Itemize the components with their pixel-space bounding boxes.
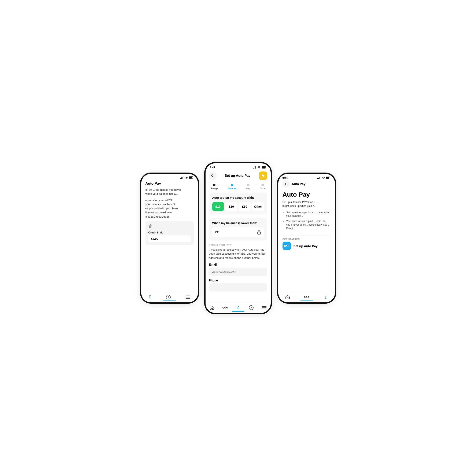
svg-rect-35 bbox=[326, 177, 329, 179]
right-nav-account[interactable]: £ bbox=[323, 294, 328, 299]
left-phone: Auto Pay c PAYG top-ups so you never whe… bbox=[140, 172, 199, 304]
center-phone: 9:41 Set up Auto Pay Energy bbox=[204, 162, 272, 314]
checkmark-item-1: ✓ Set repeat top-ups for yo... meter whe… bbox=[283, 211, 331, 218]
step-dot-done bbox=[261, 184, 264, 186]
setup-auto-pay-button[interactable]: Set up Auto Pay bbox=[283, 242, 331, 250]
center-page-title: Set up Auto Pay bbox=[224, 174, 250, 178]
checkmark-list: ✓ Set repeat top-ups for yo... meter whe… bbox=[283, 211, 331, 232]
email-input[interactable] bbox=[209, 268, 267, 276]
center-content: Auto top-up my account with: £10 £20 £30… bbox=[205, 193, 271, 303]
amount-30-button[interactable]: £30 bbox=[239, 202, 251, 211]
step-label-done: Done bbox=[260, 187, 265, 190]
left-nav-menu[interactable] bbox=[186, 294, 190, 299]
left-nav-help[interactable]: ? bbox=[166, 294, 171, 299]
step-pay: Pay bbox=[246, 184, 250, 190]
progress-steps: Energy Amount Pay Done bbox=[205, 182, 271, 193]
step-amount: Amount bbox=[228, 184, 237, 190]
svg-rect-2 bbox=[182, 177, 183, 179]
svg-text:£: £ bbox=[237, 306, 239, 310]
right-header-row: Auto Pay bbox=[283, 180, 331, 187]
signal-icon bbox=[317, 177, 321, 179]
receipt-section: NEED A RECEIPT? If you'd like a receipt … bbox=[209, 244, 267, 298]
credit-limit-card: 🗑 Credit limit £2.00 bbox=[146, 221, 194, 245]
right-nav-connections[interactable] bbox=[304, 294, 309, 299]
svg-rect-16 bbox=[262, 166, 265, 168]
center-nav-help[interactable]: ? bbox=[249, 305, 254, 310]
signal-icon bbox=[180, 176, 184, 179]
right-status-icons bbox=[317, 177, 331, 179]
step-dot-energy bbox=[213, 184, 216, 186]
checkmark-item-2: ✓ Your auto top-up is paid ... card, so … bbox=[283, 220, 331, 230]
scene: Auto Pay c PAYG top-ups so you never whe… bbox=[111, 153, 365, 323]
svg-point-38 bbox=[308, 296, 309, 298]
svg-point-21 bbox=[226, 307, 228, 308]
svg-rect-0 bbox=[180, 178, 181, 179]
left-status-icons bbox=[180, 176, 194, 179]
phone-input[interactable] bbox=[209, 283, 267, 292]
left-screen: Auto Pay c PAYG top-ups so you never whe… bbox=[141, 180, 198, 302]
step-done: Done bbox=[260, 184, 265, 190]
svg-rect-11 bbox=[253, 168, 254, 169]
svg-rect-32 bbox=[319, 177, 320, 179]
left-description: c PAYG top-ups so you never when your ba… bbox=[146, 188, 194, 196]
svg-rect-13 bbox=[255, 166, 255, 169]
lightning-button[interactable] bbox=[259, 171, 267, 180]
trash-icon: 🗑 bbox=[149, 224, 191, 229]
checkmark-icon-1: ✓ bbox=[283, 211, 285, 218]
svg-text:£: £ bbox=[324, 295, 327, 299]
center-nav-menu[interactable] bbox=[262, 305, 266, 310]
receipt-label: NEED A RECEIPT? bbox=[209, 244, 267, 246]
svg-text:?: ? bbox=[250, 306, 252, 309]
svg-rect-30 bbox=[317, 178, 318, 179]
balance-section: When my balance is lower than: £2 bbox=[209, 218, 267, 240]
svg-rect-1 bbox=[181, 177, 182, 179]
topup-section-title: Auto top-up my account with: bbox=[212, 196, 264, 199]
svg-point-18 bbox=[259, 233, 259, 233]
right-status-time: 9:41 bbox=[283, 176, 288, 180]
progress-line-3 bbox=[251, 185, 259, 185]
right-status-bar: 9:41 bbox=[278, 174, 335, 180]
svg-rect-33 bbox=[320, 177, 320, 179]
battery-icon bbox=[326, 177, 331, 179]
left-body: c PAYG top-ups so you never when your ba… bbox=[141, 188, 198, 292]
center-bottom-nav: £ ? bbox=[205, 303, 271, 313]
step-dot-amount bbox=[231, 184, 233, 186]
topup-amount-section: Auto top-up my account with: £10 £20 £30… bbox=[209, 193, 267, 215]
step-label-pay: Pay bbox=[246, 187, 250, 190]
checkmark-text-1: Set repeat top-ups for yo... meter when … bbox=[286, 211, 331, 218]
amount-20-button[interactable]: £20 bbox=[226, 202, 237, 211]
lightning-icon bbox=[261, 173, 265, 178]
step-label-energy: Energy bbox=[211, 187, 218, 190]
svg-rect-3 bbox=[183, 176, 183, 179]
amount-grid: £10 £20 £30 Other bbox=[212, 202, 264, 211]
center-status-icons bbox=[253, 166, 266, 169]
right-description: Set up automatic PAYG top-u...forget to … bbox=[283, 200, 331, 208]
center-nav-account[interactable]: £ bbox=[236, 305, 240, 310]
back-button[interactable] bbox=[209, 172, 217, 180]
phone-label: Phone bbox=[209, 279, 267, 282]
progress-line-2 bbox=[237, 185, 245, 185]
svg-point-19 bbox=[223, 307, 224, 308]
credit-limit-value: £2.00 bbox=[149, 235, 191, 242]
wifi-icon bbox=[322, 177, 325, 179]
left-nav-account[interactable]: £ bbox=[149, 294, 151, 299]
right-bottom-nav: £ bbox=[278, 292, 335, 302]
center-nav-home[interactable] bbox=[210, 305, 214, 310]
setup-btn-label: Set up Auto Pay bbox=[293, 244, 318, 248]
receipt-text: If you'd like a receipt when your Auto P… bbox=[209, 248, 267, 260]
left-bottom-nav: £ ? bbox=[141, 292, 198, 302]
credit-limit-label: Credit limit bbox=[149, 231, 191, 234]
left-title: Auto Pay bbox=[141, 180, 198, 188]
amount-other-button[interactable]: Other bbox=[252, 202, 264, 211]
svg-rect-12 bbox=[254, 167, 255, 169]
center-header: Set up Auto Pay bbox=[205, 170, 271, 182]
step-dot-pay bbox=[247, 184, 250, 186]
right-back-button[interactable] bbox=[283, 180, 290, 187]
right-big-title: Auto Pay bbox=[283, 191, 331, 198]
checkmark-text-2: Your auto top-up is paid ... card, so yo… bbox=[286, 220, 331, 230]
center-nav-connections[interactable] bbox=[222, 305, 228, 310]
right-screen: Auto Pay Auto Pay Set up automatic PAYG … bbox=[278, 180, 335, 292]
amount-10-button[interactable]: £10 bbox=[212, 202, 224, 211]
right-nav-home[interactable] bbox=[285, 294, 290, 299]
center-status-time: 9:41 bbox=[210, 166, 215, 169]
